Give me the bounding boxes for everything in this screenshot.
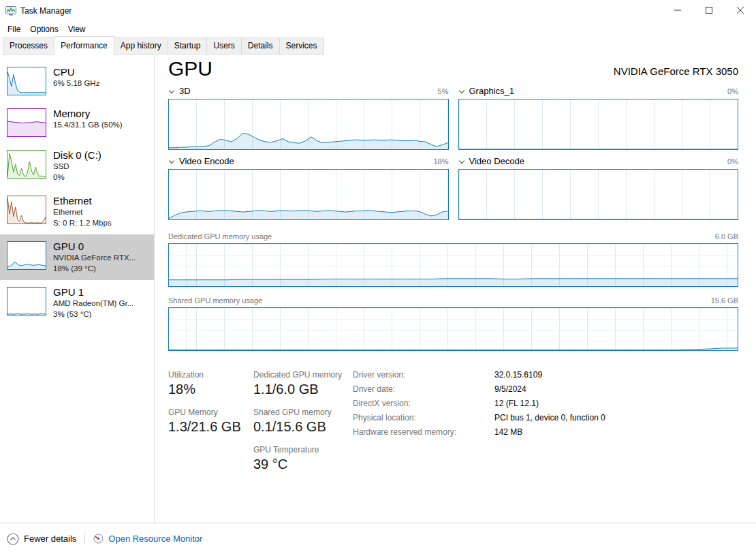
menu-bar: File Options View (0, 22, 756, 37)
engine-graphics1-label[interactable]: Graphics_1 (469, 86, 514, 96)
tab-users[interactable]: Users (207, 37, 241, 55)
engine-3d-value: 5% (438, 87, 449, 95)
engine-graphics1-chart[interactable] (458, 99, 739, 150)
shared-gpu-memory-value: 0.1/15.6 GB (253, 419, 353, 435)
fewer-details-button[interactable]: Fewer details (7, 533, 76, 545)
performance-content: CPU 6% 5.18 GHz Memory 15.4/31.1 GB (50%… (0, 55, 756, 523)
video-decode-chart[interactable] (458, 169, 739, 220)
footer-bar: Fewer details Open Resource Monitor (0, 523, 756, 554)
gpu-stats: Utilization 18% GPU Memory 1.3/21.6 GB D… (168, 370, 738, 482)
sidebar-gpu0-name: NVIDIA GeForce RTX... (53, 253, 136, 264)
hardware-reserved-memory-value: 142 MB (494, 427, 605, 437)
utilization-label: Utilization (168, 370, 253, 380)
driver-date-label: Driver date: (353, 384, 494, 394)
driver-version-value: 32.0.15.6109 (494, 370, 605, 380)
chevron-down-icon[interactable] (169, 87, 174, 93)
sidebar-memory-detail: 15.4/31.1 GB (50%) (53, 120, 123, 131)
sidebar-item-gpu0[interactable]: GPU 0 NVIDIA GeForce RTX... 18% (39 °C) (0, 234, 154, 280)
tab-processes[interactable]: Processes (3, 37, 54, 55)
directx-version-value: 12 (FL 12.1) (494, 399, 605, 408)
sidebar-item-disk0[interactable]: Disk 0 (C:) SSD 0% (0, 143, 154, 189)
sidebar-item-ethernet[interactable]: Ethernet Ethernet S: 0 R: 1.2 Mbps (0, 189, 154, 234)
shared-memory-chart[interactable] (168, 307, 738, 351)
sidebar-item-gpu1[interactable]: GPU 1 AMD Radeon(TM) Gr... 3% (53 °C) (0, 280, 154, 326)
close-button[interactable] (725, 0, 756, 20)
gpu1-mini-chart (7, 287, 46, 316)
window-title: Task Manager (20, 6, 72, 16)
sidebar-gpu1-usage: 3% (53 °C) (53, 309, 133, 320)
minimize-button[interactable] (662, 0, 693, 20)
hardware-reserved-memory-label: Hardware reserved memory: (353, 427, 494, 437)
sidebar-memory-title: Memory (53, 108, 123, 120)
sidebar-cpu-detail: 6% 5.18 GHz (53, 78, 99, 89)
task-manager-window: Task Manager File Options View Processes… (0, 0, 756, 554)
tab-performance[interactable]: Performance (54, 36, 114, 55)
gpu-panel: GPU NVIDIA GeForce RTX 3050 3D 5% Graphi… (155, 55, 756, 523)
page-title: GPU (168, 57, 212, 80)
dedicated-memory-label: Dedicated GPU memory usage (168, 232, 272, 241)
sidebar-gpu1-title: GPU 1 (53, 286, 133, 298)
engine-3d-chart[interactable] (168, 99, 449, 150)
sidebar-item-cpu[interactable]: CPU 6% 5.18 GHz (0, 60, 154, 102)
chevron-down-icon[interactable] (458, 87, 464, 93)
minimize-icon (674, 7, 681, 14)
dedicated-memory-chart[interactable] (168, 243, 738, 287)
menu-view[interactable]: View (63, 22, 91, 36)
sidebar-disk-type: SSD (53, 161, 101, 172)
video-decode-value: 0% (727, 157, 738, 166)
tab-services[interactable]: Services (280, 37, 324, 55)
sidebar-ethernet-rates: S: 0 R: 1.2 Mbps (53, 218, 112, 229)
task-manager-icon (5, 5, 16, 16)
sidebar-disk-usage: 0% (53, 172, 101, 183)
sidebar-ethernet-name: Ethernet (53, 207, 112, 218)
tab-bar: Processes Performance App history Startu… (0, 37, 756, 55)
shared-memory-label: Shared GPU memory usage (168, 296, 262, 305)
close-icon (737, 7, 744, 14)
sidebar-disk-title: Disk 0 (C:) (53, 149, 101, 161)
chevron-down-icon[interactable] (458, 157, 464, 163)
shared-gpu-memory-label: Shared GPU memory (253, 407, 353, 417)
utilization-value: 18% (168, 382, 253, 397)
ethernet-mini-chart (7, 196, 46, 224)
video-encode-chart[interactable] (168, 169, 449, 220)
chevron-down-icon[interactable] (169, 157, 174, 163)
engine-3d-label[interactable]: 3D (179, 86, 191, 96)
gpu-memory-value: 1.3/21.6 GB (168, 419, 253, 435)
maximize-icon (706, 7, 712, 14)
gpu-temperature-label: GPU Temperature (253, 445, 353, 455)
engine-graphics1-value: 0% (727, 87, 738, 95)
shared-memory-max: 15.6 GB (711, 296, 738, 305)
menu-options[interactable]: Options (25, 22, 63, 36)
maximize-button[interactable] (693, 0, 725, 20)
sidebar-cpu-title: CPU (53, 66, 99, 78)
gpu-memory-label: GPU Memory (168, 407, 253, 417)
dedicated-gpu-memory-label: Dedicated GPU memory (253, 370, 353, 380)
physical-location-value: PCI bus 1, device 0, function 0 (494, 413, 605, 422)
sidebar-item-memory[interactable]: Memory 15.4/31.1 GB (50%) (0, 102, 154, 143)
sidebar-gpu1-name: AMD Radeon(TM) Gr... (53, 298, 133, 309)
resource-monitor-icon (93, 534, 104, 544)
performance-sidebar: CPU 6% 5.18 GHz Memory 15.4/31.1 GB (50%… (0, 55, 155, 523)
open-resource-monitor-link[interactable]: Open Resource Monitor (93, 534, 202, 544)
titlebar: Task Manager (0, 0, 756, 22)
sidebar-gpu0-usage: 18% (39 °C) (53, 264, 136, 275)
video-decode-label[interactable]: Video Decode (469, 156, 524, 166)
open-resource-monitor-label: Open Resource Monitor (108, 534, 202, 544)
memory-mini-chart (7, 108, 46, 137)
video-encode-label[interactable]: Video Encode (179, 156, 234, 166)
disk-mini-chart (7, 150, 46, 179)
tab-startup[interactable]: Startup (168, 37, 208, 55)
driver-date-value: 9/5/2024 (494, 384, 605, 394)
gpu-temperature-value: 39 °C (253, 457, 353, 472)
tab-details[interactable]: Details (242, 37, 280, 55)
dedicated-memory-max: 6.0 GB (715, 232, 738, 241)
physical-location-label: Physical location: (353, 413, 494, 422)
directx-version-label: DirectX version: (353, 399, 494, 408)
sidebar-ethernet-title: Ethernet (53, 195, 112, 207)
gpu0-mini-chart (7, 241, 46, 270)
fewer-details-label: Fewer details (24, 534, 76, 544)
menu-file[interactable]: File (3, 22, 25, 36)
tab-app-history[interactable]: App history (114, 37, 168, 55)
footer-divider (84, 533, 85, 545)
dedicated-gpu-memory-value: 1.1/6.0 GB (253, 382, 353, 397)
